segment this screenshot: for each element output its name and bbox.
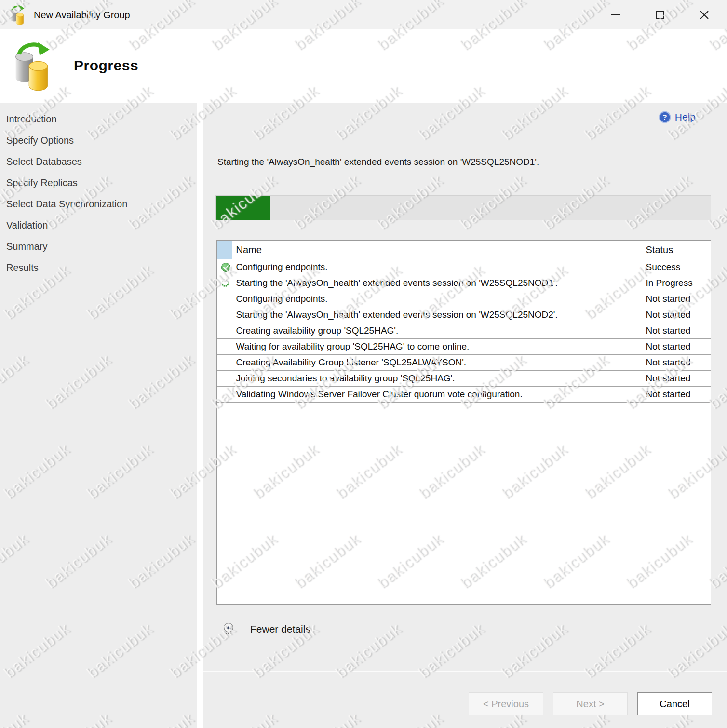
status-icon-column-header <box>217 241 232 259</box>
empty-status-icon-cell <box>217 370 232 386</box>
sidebar-item-select-data-synchronization[interactable]: Select Data Synchronization <box>0 193 197 215</box>
grid-row: Configuring endpoints.Not started <box>217 291 711 307</box>
fewer-details-toggle[interactable]: Fewer details <box>222 622 310 636</box>
close-button[interactable] <box>682 0 727 29</box>
status-column-header: Status <box>642 241 711 259</box>
empty-status-icon-cell <box>217 338 232 354</box>
grid-row: Creating Availability Group Listener 'SQ… <box>217 354 711 370</box>
name-column-header: Name <box>232 241 642 259</box>
step-name: Waiting for availability group 'SQL25HAG… <box>232 338 642 354</box>
sidebar-item-introduction[interactable]: Introduction <box>0 108 197 130</box>
step-status: Not started <box>642 354 711 370</box>
step-status: Not started <box>642 370 711 386</box>
empty-status-icon-cell <box>217 323 232 338</box>
step-name: Validating Windows Server Failover Clust… <box>232 386 642 402</box>
step-name: Starting the 'AlwaysOn_health' extended … <box>232 307 642 323</box>
step-status: Not started <box>642 307 711 323</box>
progress-page: ? Help Starting the 'AlwaysOn_health' ex… <box>203 103 727 728</box>
step-name: Creating availability group 'SQL25HAG'. <box>232 323 642 338</box>
next-button[interactable]: Next > <box>553 692 628 715</box>
wizard-steps-sidebar: Introduction Specify Options Select Data… <box>0 103 197 728</box>
grid-row: Joining secondaries to availability grou… <box>217 370 711 386</box>
sidebar-item-select-databases[interactable]: Select Databases <box>0 151 197 172</box>
step-name: Configuring endpoints. <box>232 259 642 275</box>
progress-bar <box>215 195 711 220</box>
empty-status-icon-cell <box>217 307 232 323</box>
grid-row: Creating availability group 'SQL25HAG'.N… <box>217 323 711 338</box>
progress-steps-grid: Name Status Configuring endpoints.Succes… <box>216 240 711 605</box>
close-icon <box>699 9 710 21</box>
wizard-header: Progress <box>0 29 727 103</box>
empty-status-icon-cell <box>217 354 232 370</box>
success-icon <box>221 262 231 272</box>
window-title: New Availability Group <box>34 10 130 21</box>
empty-status-icon-cell <box>217 386 232 402</box>
sidebar-item-specify-replicas[interactable]: Specify Replicas <box>0 172 197 193</box>
new-availability-group-dialog: New Availability Group Progress Introduc… <box>0 0 727 728</box>
sidebar-item-summary[interactable]: Summary <box>0 236 197 257</box>
minimize-button[interactable] <box>593 0 638 29</box>
step-status: In Progress <box>642 275 711 291</box>
step-name: Creating Availability Group Listener 'SQ… <box>232 354 642 370</box>
fewer-details-label: Fewer details <box>250 623 310 635</box>
grid-row: Waiting for availability group 'SQL25HAG… <box>217 338 711 354</box>
chevron-up-circle-icon <box>222 622 235 636</box>
wizard-footer: < Previous Next > Cancel <box>203 671 727 728</box>
availability-group-icon <box>8 5 27 25</box>
success-icon-cell <box>217 259 232 275</box>
grid-row: Starting the 'AlwaysOn_health' extended … <box>217 275 711 291</box>
maximize-icon <box>654 9 666 21</box>
spinner-icon-cell <box>217 275 232 291</box>
step-status: Success <box>642 259 711 275</box>
step-status: Not started <box>642 323 711 338</box>
minimize-icon <box>610 9 621 21</box>
empty-status-icon-cell <box>217 291 232 307</box>
grid-row: Starting the 'AlwaysOn_health' extended … <box>217 307 711 323</box>
grid-header-row: Name Status <box>217 241 711 259</box>
step-name: Starting the 'AlwaysOn_health' extended … <box>232 275 642 291</box>
svg-text:?: ? <box>662 113 667 121</box>
cancel-button[interactable]: Cancel <box>637 692 712 715</box>
sidebar-item-results[interactable]: Results <box>0 257 197 278</box>
title-bar: New Availability Group <box>0 0 727 29</box>
previous-button[interactable]: < Previous <box>469 692 543 715</box>
help-label: Help <box>675 111 696 123</box>
sidebar-item-specify-options[interactable]: Specify Options <box>0 130 197 151</box>
step-name: Joining secondaries to availability grou… <box>232 370 642 386</box>
current-step-message: Starting the 'AlwaysOn_health' extended … <box>217 157 707 167</box>
sidebar-item-validation[interactable]: Validation <box>0 215 197 236</box>
sidebar-divider <box>197 103 203 728</box>
availability-group-icon-large <box>11 35 54 97</box>
progress-bar-fill <box>216 196 270 220</box>
help-link[interactable]: ? Help <box>659 111 696 123</box>
grid-row: Configuring endpoints.Success <box>217 259 711 275</box>
page-title: Progress <box>74 57 138 74</box>
step-status: Not started <box>642 291 711 307</box>
help-icon: ? <box>659 111 671 123</box>
step-name: Configuring endpoints. <box>232 291 642 307</box>
step-status: Not started <box>642 386 711 402</box>
in-progress-spinner-icon <box>221 279 229 287</box>
maximize-button[interactable] <box>638 0 682 29</box>
grid-row: Validating Windows Server Failover Clust… <box>217 386 711 402</box>
step-status: Not started <box>642 338 711 354</box>
